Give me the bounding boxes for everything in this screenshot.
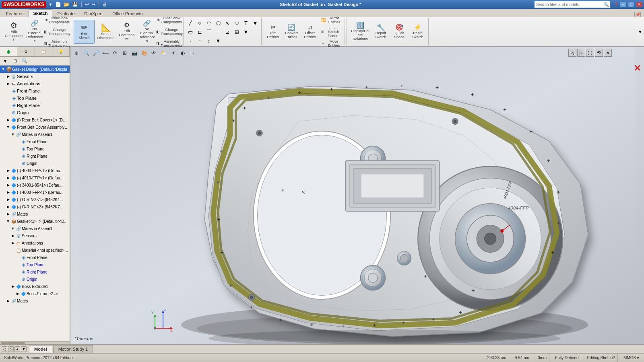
tree-item-mates2[interactable]: ▶ 🔗 Mates	[0, 297, 70, 304]
redo-icon[interactable]: ↪	[91, 2, 95, 7]
tree-item-mates-top[interactable]: ▶ 🔗 Mates	[0, 210, 70, 218]
tree-item-fp3[interactable]: ▶ ◈ Front Plane	[0, 254, 70, 261]
zoom-out-btn[interactable]: 🔎	[91, 49, 100, 58]
expand-boss-ext2[interactable]: ▶	[15, 291, 20, 296]
file-menu-btn[interactable]: ▼	[48, 2, 53, 7]
print-icon[interactable]: 🖨	[102, 2, 107, 7]
tree-item-oring2[interactable]: ▶ 🔷 (-) O-RING<2> (9452K7...	[0, 203, 70, 210]
tab-nav-left[interactable]: ◁	[2, 346, 7, 352]
new-icon[interactable]: 📄	[55, 2, 61, 7]
tree-item-right-plane[interactable]: ▶ ◈ Right Plane	[0, 102, 70, 109]
tab-model[interactable]: Model	[29, 345, 52, 353]
rapid-sketch-btn[interactable]: ⚡ RapidSketch	[409, 20, 427, 44]
construction-icon[interactable]: ⊞	[232, 28, 241, 36]
expand-4010[interactable]: ▶	[6, 175, 10, 181]
tree-item-fp2[interactable]: ▶ ◈ Front Plane	[0, 138, 70, 145]
realview-btn[interactable]: ☀	[169, 49, 178, 58]
change-trans2-btn[interactable]: ◧ Change Transparency	[157, 26, 182, 37]
expand-front-belt[interactable]: ▼	[6, 124, 10, 130]
fillet-icon[interactable]: ⌒	[204, 28, 213, 36]
offset-icon2[interactable]: ⊿	[223, 28, 232, 36]
maximize-btn[interactable]: □	[628, 2, 634, 7]
expand-gasket-design[interactable]: ▼	[1, 66, 6, 72]
tree-item-sensors2[interactable]: ▶ 📡 Sensors	[0, 232, 70, 239]
expand-sensors2[interactable]: ▶	[10, 233, 15, 239]
tree-scroll-thumb[interactable]	[1, 342, 25, 344]
search-icon[interactable]: 🔍	[602, 2, 610, 7]
save-icon[interactable]: 💾	[72, 2, 78, 7]
tree-item-annotations[interactable]: ▶ 🏷 Annotations	[0, 80, 70, 87]
repair-sketch-btn[interactable]: 🔧 RepairSketch	[372, 20, 390, 44]
tree-item-origin3[interactable]: ▶ ⊕ Origin	[0, 276, 70, 283]
panel-tab-appearance[interactable]: 💡	[52, 47, 70, 56]
circle-icon[interactable]: ○	[195, 19, 204, 27]
tree-item-tp3[interactable]: ▶ ◈ Top Plane	[0, 261, 70, 268]
quick-snaps-btn[interactable]: 🎯 QuickSnaps	[390, 20, 408, 44]
viewport[interactable]: ⊕ 🔍 🔎 ⟵ ⟳ ⊞ 📷 🎨 👁 ⛅ ☀ ◐ ◻	[70, 47, 644, 344]
hide-show-components-btn[interactable]: 👁 Hide/Show Components	[45, 14, 69, 26]
mirror-entities-btn[interactable]: 🔁 Mirror Entities	[320, 14, 344, 26]
zoom-to-fit-btn[interactable]: ⊕	[72, 49, 81, 58]
previous-view-btn[interactable]: ⟵	[101, 49, 110, 58]
expand-icon[interactable]: ▼	[638, 29, 642, 34]
tab-nav-up[interactable]: ▲	[14, 346, 20, 352]
tab-nav-down[interactable]: ▼	[21, 346, 27, 352]
edit-component-btn[interactable]: ⚙ EditComponent	[3, 20, 24, 44]
search-tree-icon[interactable]: 🔍	[20, 57, 29, 65]
trim-entities-btn[interactable]: ✂ TrimEntities	[264, 20, 282, 44]
expand-mates2[interactable]: ▶	[6, 298, 10, 304]
tree-item-4003[interactable]: ▶ 🔷 (-) 4003-FFP<1> (Defau...	[0, 167, 70, 174]
perspective-btn[interactable]: ◻	[188, 49, 197, 58]
close-btn[interactable]: ✕	[636, 2, 642, 7]
panel-tab-props[interactable]: 📋	[35, 47, 52, 56]
spline-icon[interactable]: ∿	[223, 19, 232, 27]
tree-scrollbar[interactable]	[0, 341, 70, 344]
close-sketch-btn[interactable]: ✕	[634, 63, 641, 74]
centerline-icon[interactable]: ┄	[195, 37, 204, 45]
arc-icon[interactable]: ◠	[204, 19, 213, 27]
tree-item-front-plane[interactable]: ▶ ◈ Front Plane	[0, 87, 70, 95]
sketch-more2-icon[interactable]: ▼	[242, 28, 250, 36]
expand-34091[interactable]: ▶	[6, 182, 10, 188]
minimize-btn[interactable]: ─	[620, 2, 626, 7]
tab-motion-study[interactable]: Motion Study 1	[53, 345, 93, 353]
apply-scene-btn[interactable]: ⛅	[159, 49, 168, 58]
expand-4003[interactable]: ▶	[6, 168, 10, 173]
tab-nav-right[interactable]: ▷	[8, 346, 14, 352]
panel-tab-tree[interactable]: 🌲	[0, 47, 17, 56]
tree-item-material[interactable]: ▶ 📋 Material <not specified>...	[0, 247, 70, 254]
exit-sketch-btn[interactable]: ✏ ExitSketch	[74, 20, 95, 44]
line-icon[interactable]: ╱	[186, 19, 195, 27]
tree-item-mates-assem1[interactable]: ▼ 🔗 Mates in Assem1	[0, 131, 70, 138]
expand-4008[interactable]: ▶	[6, 189, 10, 195]
expand-sensors[interactable]: ▶	[6, 74, 10, 79]
change-transparency-btn[interactable]: ◧ Change Transparency	[45, 26, 69, 37]
hide-items-btn[interactable]: 👁	[149, 49, 158, 58]
display-style-btn[interactable]: 🎨	[140, 49, 149, 58]
tab-dimxpert[interactable]: DimXpert	[80, 9, 107, 17]
search-bar[interactable]: 🔍	[534, 1, 611, 8]
undo-icon[interactable]: ↩	[85, 2, 89, 7]
tree-item-front-belt[interactable]: ▼ 🔷 Front Belt Cover Assembly<...	[0, 123, 70, 131]
tree-item-boss-ext1[interactable]: ▶ 🔷 Boss-Extrude1	[0, 283, 70, 290]
expand-rear-belt[interactable]: ▶	[6, 117, 10, 123]
chamfer-icon[interactable]: ⌐	[214, 28, 223, 36]
tree-item-gasket-design[interactable]: ▼ 📦 Gasket Design (Default<Displa	[0, 66, 70, 73]
units-arrow[interactable]: ▼	[636, 356, 640, 360]
tree-item-top-plane[interactable]: ▶ ◈ Top Plane	[0, 95, 70, 102]
tree-item-gasket1[interactable]: ▼ 📦 Gasket<1> -> (Default<<D...	[0, 218, 70, 225]
expand-mates-assem2[interactable]: ▼	[10, 226, 15, 231]
sketch-more3-icon[interactable]: ▼	[214, 37, 223, 45]
tree-item-4010[interactable]: ▶ 🔷 (-) 4010-FFP<1> (Defau...	[0, 174, 70, 181]
tab-office[interactable]: Office Products	[108, 9, 147, 17]
tree-item-4008[interactable]: ▶ 🔷 (-) 4008-FFP<1> (Defau...	[0, 189, 70, 196]
tree-item-sensors[interactable]: ▶ 📡 Sensors	[0, 73, 70, 80]
expand-gasket1[interactable]: ▼	[6, 218, 10, 224]
3d-view-btn[interactable]: ⟳	[111, 49, 120, 58]
polygon-icon[interactable]: ⬡	[214, 19, 223, 27]
no-external-refs-btn[interactable]: 🔗 NoExternalReferences	[25, 21, 44, 43]
rect-icon[interactable]: ▭	[186, 28, 195, 36]
midpoint-icon[interactable]: ↕	[204, 37, 213, 45]
tree-item-rp3[interactable]: ▶ ◈ Right Plane	[0, 268, 70, 276]
hide-show2-btn[interactable]: 👁 Hide/Show Components	[157, 14, 182, 26]
